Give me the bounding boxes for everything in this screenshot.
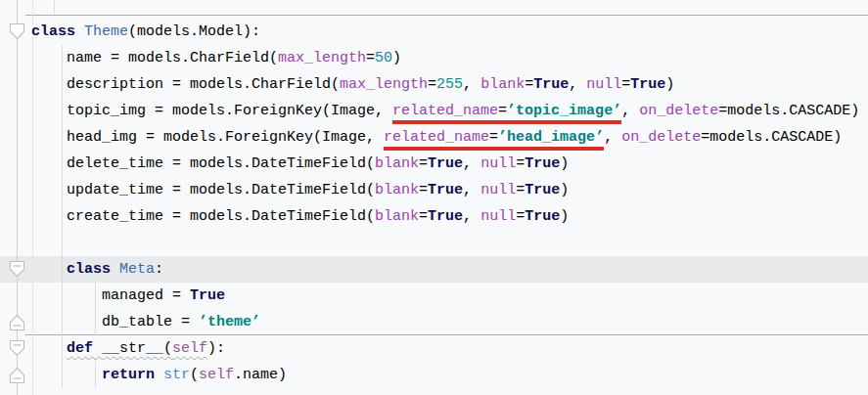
code-token-error-underlined: = bbox=[489, 129, 498, 151]
code-token-error-underlined: related_name bbox=[384, 129, 489, 151]
code-token: True bbox=[190, 287, 225, 304]
code-line[interactable]: name = models.CharField(max_length=50) bbox=[0, 45, 868, 71]
code-token: True bbox=[525, 155, 560, 172]
code-token: True bbox=[428, 182, 463, 198]
code-token bbox=[31, 340, 67, 357]
code-token: null bbox=[480, 208, 516, 225]
code-token: blank bbox=[375, 208, 419, 225]
code-line[interactable]: head_img = models.ForeignKey(Image, rela… bbox=[0, 124, 868, 151]
code-token: , bbox=[463, 182, 480, 198]
code-token: blank bbox=[480, 76, 525, 93]
code-token: = bbox=[525, 76, 533, 93]
code-token bbox=[31, 261, 67, 278]
code-line[interactable] bbox=[0, 230, 868, 256]
code-token: , bbox=[463, 155, 480, 172]
code-line[interactable]: return str(self.name) bbox=[0, 362, 868, 388]
code-token: ) bbox=[560, 182, 569, 198]
code-token: def bbox=[67, 340, 102, 357]
code-token: = bbox=[428, 76, 436, 93]
code-token: blank bbox=[375, 155, 419, 172]
code-line[interactable]: description = models.CharField(max_lengt… bbox=[0, 71, 868, 98]
code-area[interactable]: class Theme(models.Model): name = models… bbox=[0, 0, 868, 388]
code-line[interactable]: def __str__(self): bbox=[0, 335, 868, 362]
code-token: null bbox=[480, 182, 516, 198]
code-editor: class Theme(models.Model): name = models… bbox=[0, 0, 868, 395]
code-token: = bbox=[516, 182, 525, 198]
code-token: self bbox=[199, 367, 234, 383]
code-token: , bbox=[604, 129, 621, 146]
code-token: description = models.CharField( bbox=[31, 76, 340, 93]
code-token: class bbox=[31, 23, 84, 40]
code-token-error-underlined: ’topic_image’ bbox=[507, 103, 621, 124]
code-token: =models.CASCADE) bbox=[718, 103, 859, 119]
code-token: ) bbox=[665, 76, 674, 93]
code-token: delete_time = models.DateTimeField( bbox=[31, 155, 375, 172]
code-token: ): bbox=[207, 340, 225, 357]
code-line[interactable]: create_time = models.DateTimeField(blank… bbox=[0, 203, 868, 230]
code-token: 255 bbox=[436, 76, 463, 93]
code-token: class bbox=[67, 261, 119, 278]
code-line[interactable]: delete_time = models.DateTimeField(blank… bbox=[0, 151, 868, 177]
code-line[interactable]: db_table = ’theme’ bbox=[0, 309, 868, 335]
code-token: = bbox=[419, 155, 428, 172]
code-token: managed = bbox=[31, 287, 190, 304]
code-token: head_img = models.ForeignKey(Image, bbox=[31, 129, 384, 146]
code-token: , bbox=[463, 208, 480, 225]
code-token: str bbox=[163, 367, 190, 383]
code-line[interactable]: managed = True bbox=[0, 283, 868, 309]
code-token: null bbox=[480, 155, 516, 172]
code-token: .name) bbox=[234, 367, 287, 383]
code-token-error-underlined: = bbox=[498, 103, 507, 124]
code-token: on_delete bbox=[639, 103, 718, 119]
code-token: True bbox=[428, 208, 463, 225]
code-line[interactable]: update_time = models.DateTimeField(blank… bbox=[0, 177, 868, 203]
code-token: = bbox=[419, 208, 428, 225]
code-token: (models.Model): bbox=[128, 23, 260, 40]
code-token: Theme bbox=[84, 23, 128, 40]
code-token: topic_img = models.ForeignKey(Image, bbox=[31, 103, 392, 119]
code-token: ) bbox=[392, 50, 401, 66]
code-token: 50 bbox=[375, 50, 392, 66]
code-line[interactable]: topic_img = models.ForeignKey(Image, rel… bbox=[0, 98, 868, 124]
code-token: on_delete bbox=[621, 129, 701, 146]
code-line[interactable]: class Theme(models.Model): bbox=[0, 19, 868, 45]
code-token: __str__ bbox=[102, 340, 163, 357]
code-token: True bbox=[630, 76, 665, 93]
code-token: True bbox=[533, 76, 569, 93]
code-token: Meta bbox=[119, 261, 155, 278]
code-token: , bbox=[569, 76, 586, 93]
code-token: = bbox=[516, 208, 525, 225]
code-token: ) bbox=[560, 155, 569, 172]
code-token: db_table = bbox=[31, 314, 199, 330]
code-token: ( bbox=[190, 367, 199, 383]
code-token: return bbox=[102, 367, 163, 383]
code-token-error-underlined: related_name bbox=[392, 103, 498, 124]
code-token: blank bbox=[375, 182, 419, 198]
code-token: name = models.CharField( bbox=[31, 50, 278, 66]
code-token: , bbox=[463, 76, 480, 93]
code-token bbox=[31, 367, 102, 383]
code-token: = bbox=[621, 76, 630, 93]
code-token: , bbox=[621, 103, 639, 119]
code-token: = bbox=[516, 155, 525, 172]
code-token: create_time = models.DateTimeField( bbox=[31, 208, 375, 225]
code-token: update_time = models.DateTimeField( bbox=[31, 182, 375, 198]
code-token: = bbox=[366, 50, 375, 66]
code-token: null bbox=[586, 76, 621, 93]
code-token: ( bbox=[163, 340, 172, 357]
code-line[interactable]: class Meta: bbox=[0, 256, 868, 283]
code-token: ’theme’ bbox=[199, 314, 260, 330]
code-token: max_length bbox=[340, 76, 428, 93]
code-token: True bbox=[525, 208, 560, 225]
code-token: = bbox=[419, 182, 428, 198]
code-token: : bbox=[155, 261, 163, 278]
code-token: True bbox=[428, 155, 463, 172]
code-token: max_length bbox=[278, 50, 366, 66]
code-token-error-underlined: ’head_image’ bbox=[498, 129, 604, 151]
code-token: True bbox=[525, 182, 560, 198]
code-token: self bbox=[172, 340, 207, 357]
code-token: ) bbox=[560, 208, 569, 225]
code-token: =models.CASCADE) bbox=[701, 129, 842, 146]
